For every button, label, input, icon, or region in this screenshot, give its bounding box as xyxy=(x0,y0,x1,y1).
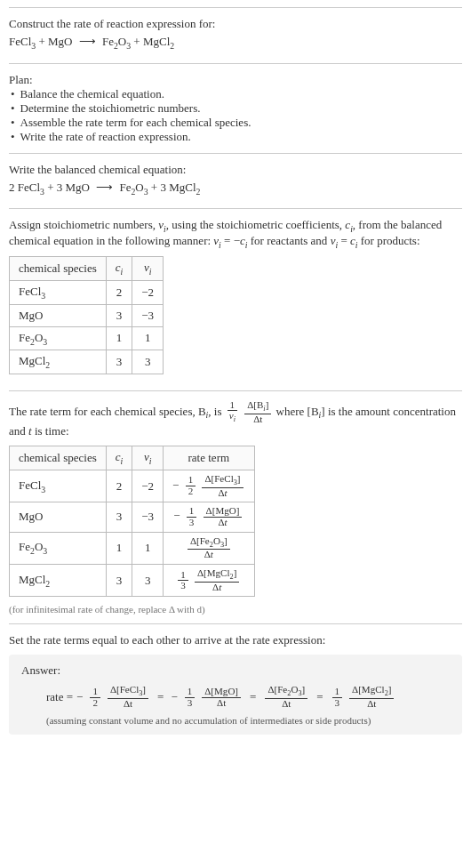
col-nui: νi xyxy=(132,257,164,281)
subscript: i xyxy=(234,416,236,424)
subscript: 2 xyxy=(196,186,201,196)
col-nui: νi xyxy=(132,446,164,470)
text: Δ[MgCl xyxy=(197,567,230,578)
stoich-table: chemical species ci νi FeCl3 2 −2 MgO 3 … xyxy=(9,256,164,374)
species: O xyxy=(118,35,126,48)
conc-fraction: Δ[MgO]Δt xyxy=(204,506,243,527)
subscript: i xyxy=(121,267,124,277)
subscript: 3 xyxy=(126,41,131,51)
text: ] xyxy=(236,505,240,516)
text: ] xyxy=(266,399,269,410)
table-row: MgCl2 3 3 xyxy=(10,350,164,374)
table-row: FeCl3 2 −2 − 12 Δ[FeCl3]Δt xyxy=(10,470,255,502)
cell-ci: 1 xyxy=(106,532,132,564)
numerator: 1 xyxy=(332,687,343,698)
conc-fraction: Δ[MgCl2]Δt xyxy=(195,568,239,592)
cell-rate: Δ[Fe2O3]Δt xyxy=(164,532,254,564)
balanced-title: Write the balanced chemical equation: xyxy=(9,163,462,177)
coef: 2 xyxy=(9,181,18,194)
neg: − xyxy=(172,478,179,492)
subscript: 3 xyxy=(43,336,47,346)
neg: − xyxy=(171,690,177,704)
species: Fe xyxy=(19,540,30,553)
balanced-equation: 2 FeCl3 + 3 MgO ⟶ Fe2O3 + 3 MgCl2 xyxy=(9,181,462,197)
cell-rate: − 12 Δ[FeCl3]Δt xyxy=(164,470,254,502)
fraction: 1νi xyxy=(227,400,238,424)
species: MgCl xyxy=(169,181,196,194)
neg: − xyxy=(173,509,180,522)
cell-nui: 1 xyxy=(132,532,164,564)
text: ] xyxy=(302,684,306,695)
subscript: 3 xyxy=(43,546,47,556)
numerator: Δ[Bi] xyxy=(244,400,271,414)
text: Δ[FeCl xyxy=(204,473,233,484)
table-row: MgO 3 −3 xyxy=(10,304,164,326)
coef: 3 xyxy=(57,181,66,194)
text: Δ[Fe xyxy=(190,535,210,546)
species: MgCl xyxy=(19,573,45,586)
col-ci: ci xyxy=(106,257,132,281)
text: for products: xyxy=(357,234,419,247)
text: , is xyxy=(208,404,224,417)
infinitesimal-note: (for infinitesimal rate of change, repla… xyxy=(9,604,462,615)
cell-species: MgO xyxy=(10,304,107,326)
subscript: i xyxy=(121,456,124,466)
cell-ci: 3 xyxy=(106,502,132,532)
text: O xyxy=(213,535,220,546)
subscript: i xyxy=(149,456,152,466)
conc-fraction: Δ[FeCl3]Δt xyxy=(108,685,148,709)
denominator: νi xyxy=(227,411,238,424)
table-header-row: chemical species ci νi xyxy=(10,257,164,281)
species: MgCl xyxy=(143,35,170,48)
cell-nui: −3 xyxy=(132,502,164,532)
cell-species: MgO xyxy=(10,502,107,532)
denominator: Δt xyxy=(279,699,293,710)
intro-equation: FeCl3 + MgO ⟶ Fe2O3 + MgCl2 xyxy=(9,35,462,51)
denominator: Δt xyxy=(215,518,229,528)
bullet-icon: • xyxy=(11,101,15,116)
subscript: 2 xyxy=(45,360,50,370)
table-row: FeCl3 2 −2 xyxy=(10,280,164,304)
cell-nui: −2 xyxy=(132,280,164,304)
cell-nui: 1 xyxy=(132,326,164,350)
coef-fraction: 12 xyxy=(186,475,196,496)
neg: − xyxy=(76,690,83,704)
rate-label: rate = xyxy=(46,690,73,704)
subscript: 3 xyxy=(31,41,36,51)
plan-item: •Assemble the rate term for each chemica… xyxy=(9,116,462,130)
species: O xyxy=(35,331,43,344)
text: is time: xyxy=(32,424,69,438)
numerator: Δ[FeCl3] xyxy=(202,474,243,488)
numerator: Δ[Fe2O3] xyxy=(265,685,307,699)
plus: + xyxy=(151,181,161,194)
table-header-row: chemical species ci νi rate term xyxy=(10,446,255,470)
cell-species: MgCl2 xyxy=(10,564,107,596)
cell-rate: 13 Δ[MgCl2]Δt xyxy=(164,564,254,596)
conc-fraction: Δ[MgCl2]Δt xyxy=(349,685,394,709)
numerator: Δ[FeCl3] xyxy=(108,685,148,699)
coef-fraction: 12 xyxy=(90,687,100,708)
conc-fraction: Δ[MgO]Δt xyxy=(202,687,241,708)
cell-nui: −3 xyxy=(132,304,164,326)
equals: = xyxy=(316,690,323,704)
arrow-icon: ⟶ xyxy=(79,35,96,48)
table-row: MgCl2 3 3 13 Δ[MgCl2]Δt xyxy=(10,564,255,596)
cell-rate: − 13 Δ[MgO]Δt xyxy=(164,502,254,532)
denominator: 3 xyxy=(178,581,188,591)
text: ] xyxy=(234,567,237,578)
species: FeCl xyxy=(18,181,40,194)
plus: + xyxy=(38,35,48,48)
cell-nui: 3 xyxy=(132,350,164,374)
final-title: Set the rate terms equal to each other t… xyxy=(9,633,462,647)
col-rate: rate term xyxy=(164,446,254,470)
text: where [B xyxy=(276,404,319,417)
text: ] xyxy=(224,535,228,546)
eq: = − xyxy=(221,234,240,247)
cell-species: Fe2O3 xyxy=(10,532,107,564)
text: Δ[FeCl xyxy=(110,684,139,695)
denominator: Δt xyxy=(364,699,379,710)
col-species: chemical species xyxy=(10,257,107,281)
species: FeCl xyxy=(9,35,31,48)
denominator: 3 xyxy=(332,698,343,709)
arrow-icon: ⟶ xyxy=(96,181,113,194)
